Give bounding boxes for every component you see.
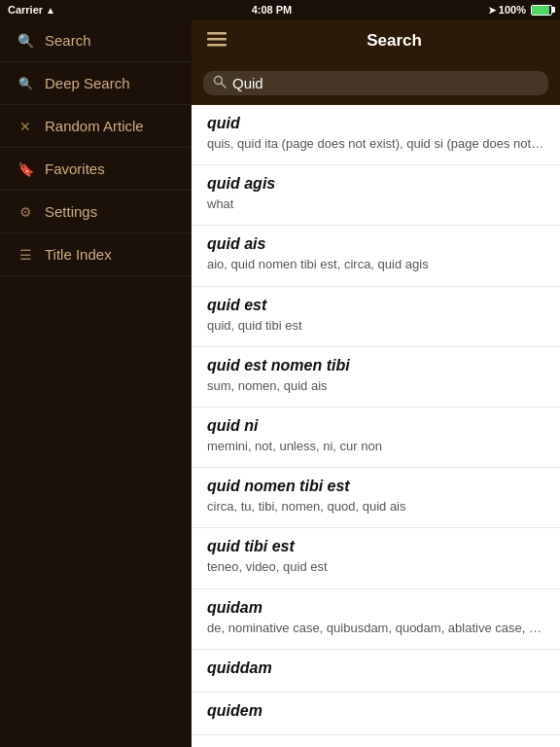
search-bar	[192, 62, 560, 105]
search-input-wrapper[interactable]	[203, 71, 548, 95]
result-title: quid nomen tibi est	[207, 478, 544, 495]
hamburger-menu-button[interactable]	[203, 25, 230, 57]
sidebar-item-random-article[interactable]: ✕ Random Article	[0, 105, 192, 148]
result-title: quid ais	[207, 235, 544, 253]
result-description: memini, not, unless, ni, cur non	[207, 438, 544, 455]
result-description: de, nominative case, quibusdam, quodam, …	[207, 620, 544, 637]
sidebar-label-settings: Settings	[45, 203, 97, 220]
status-battery: ➤ 100%	[488, 4, 552, 16]
result-title: quidem	[207, 702, 544, 720]
sidebar-item-settings[interactable]: ⚙ Settings	[0, 191, 192, 233]
search-input[interactable]	[232, 75, 539, 91]
sidebar-label-deep-search: Deep Search	[45, 75, 130, 91]
svg-rect-2	[207, 44, 227, 47]
sidebar-label-search: Search	[45, 32, 91, 49]
result-item[interactable]: quidamde, nominative case, quibusdam, qu…	[192, 589, 560, 650]
title-index-icon: ☰	[16, 245, 35, 265]
settings-icon: ⚙	[16, 202, 35, 222]
result-item[interactable]: quid tibi estteneo, video, quid est	[192, 528, 560, 588]
sidebar-item-search[interactable]: 🔍 Search	[0, 19, 192, 62]
sidebar: 🔍 Search 🔍 Deep Search ✕ Random Article …	[0, 19, 192, 747]
header-title: Search	[240, 31, 548, 51]
result-title: quid tibi est	[207, 538, 544, 555]
random-article-icon: ✕	[16, 117, 35, 136]
result-item[interactable]: quidquis, quid ita (page does not exist)…	[192, 105, 560, 165]
sidebar-label-title-index: Title Index	[45, 246, 112, 263]
result-item[interactable]: quid estquid, quid tibi est	[192, 287, 560, 347]
result-description: what	[207, 196, 544, 213]
result-title: quid ni	[207, 417, 544, 435]
favorites-icon: 🔖	[16, 160, 35, 179]
result-title: quid est nomen tibi	[207, 357, 544, 374]
result-item[interactable]: quid nomen tibi estcirca, tu, tibi, nome…	[192, 468, 560, 528]
result-description: sum, nomen, quid ais	[207, 377, 544, 395]
sidebar-item-deep-search[interactable]: 🔍 Deep Search	[0, 62, 192, 105]
sidebar-label-random-article: Random Article	[45, 118, 144, 134]
result-description: circa, tu, tibi, nomen, quod, quid ais	[207, 498, 544, 516]
result-item[interactable]: quid agiswhat	[192, 165, 560, 226]
deep-search-icon: 🔍	[16, 74, 35, 93]
search-icon: 🔍	[16, 31, 35, 51]
result-item[interactable]: quiddam	[192, 650, 560, 693]
sidebar-item-favorites[interactable]: 🔖 Favorites	[0, 148, 192, 191]
svg-rect-1	[207, 38, 227, 41]
content-area: Search quidquis, quid ita (page does not…	[192, 19, 560, 747]
result-description: aio, quid nomen tibi est, circa, quid ag…	[207, 256, 544, 273]
status-bar: Carrier ▲ 4:08 PM ➤ 100%	[0, 0, 560, 19]
result-title: quid	[207, 115, 544, 132]
result-item[interactable]: quid nimemini, not, unless, ni, cur non	[192, 408, 560, 468]
search-magnify-icon	[213, 75, 227, 91]
result-item[interactable]: quid est nomen tibisum, nomen, quid ais	[192, 347, 560, 408]
svg-rect-0	[207, 32, 227, 35]
results-list: quidquis, quid ita (page does not exist)…	[192, 105, 560, 747]
result-title: quid agis	[207, 175, 544, 193]
status-carrier: Carrier ▲	[8, 4, 55, 16]
sidebar-label-favorites: Favorites	[45, 160, 105, 177]
result-description: quid, quid tibi est	[207, 317, 544, 335]
result-title: quidam	[207, 599, 544, 617]
result-description: teneo, video, quid est	[207, 558, 544, 576]
svg-line-4	[222, 84, 227, 89]
sidebar-item-title-index[interactable]: ☰ Title Index	[0, 233, 192, 276]
result-title: quid est	[207, 297, 544, 314]
result-item[interactable]: quid aisaio, quid nomen tibi est, circa,…	[192, 226, 560, 286]
result-title: quiddam	[207, 659, 544, 677]
status-time: 4:08 PM	[252, 4, 293, 16]
result-description: quis, quid ita (page does not exist), qu…	[207, 135, 544, 153]
result-item[interactable]: quidem	[192, 693, 560, 735]
content-header: Search	[192, 19, 560, 62]
